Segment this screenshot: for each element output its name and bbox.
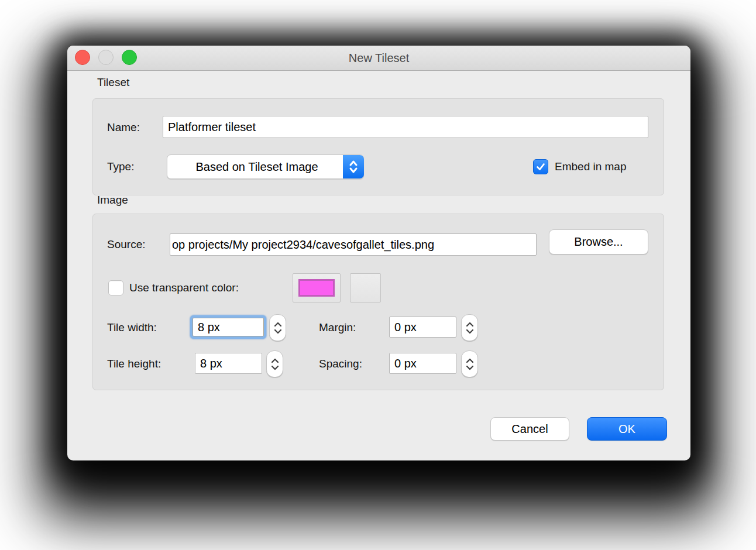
image-group-label: Image [97, 194, 128, 207]
margin-label: Margin: [319, 321, 356, 334]
tile-height-stepper[interactable] [266, 350, 283, 377]
spacing-input[interactable] [389, 353, 456, 374]
embed-in-map-label: Embed in map [555, 160, 627, 173]
ok-button[interactable]: OK [587, 417, 667, 441]
name-label: Name: [107, 121, 140, 134]
title-bar[interactable]: New Tileset [67, 46, 690, 71]
chevron-up-icon [466, 322, 474, 327]
color-picker-button[interactable] [350, 273, 381, 302]
source-input[interactable] [170, 233, 537, 256]
type-dropdown-value: Based on Tileset Image [167, 160, 343, 174]
margin-stepper[interactable] [461, 314, 478, 341]
chevron-down-icon [466, 329, 474, 334]
chevron-up-icon [274, 322, 282, 327]
type-dropdown[interactable]: Based on Tileset Image [167, 154, 364, 179]
name-input[interactable] [163, 116, 648, 138]
source-label: Source: [107, 238, 145, 251]
new-tileset-dialog: New Tileset Tileset Name: Type: Based on… [67, 46, 690, 460]
transparent-color-swatch-button[interactable] [293, 273, 341, 302]
cancel-button[interactable]: Cancel [490, 417, 569, 441]
tileset-groupbox [92, 98, 664, 195]
tile-width-focus-ring [190, 315, 266, 339]
margin-input[interactable] [389, 317, 456, 338]
use-transparent-color-checkbox[interactable] [108, 280, 123, 295]
tile-width-label: Tile width: [107, 321, 157, 334]
embed-in-map-checkbox[interactable] [533, 159, 548, 174]
spacing-stepper[interactable] [461, 350, 478, 377]
type-label: Type: [107, 160, 134, 173]
chevron-up-icon [271, 358, 279, 363]
chevron-down-icon [274, 329, 282, 334]
chevron-up-icon [466, 358, 474, 363]
tile-height-input[interactable] [195, 353, 262, 374]
tileset-group-label: Tileset [97, 76, 129, 89]
magenta-color-swatch [298, 279, 335, 297]
chevron-down-icon [466, 365, 474, 370]
spacing-label: Spacing: [319, 358, 362, 370]
tile-width-stepper[interactable] [269, 314, 286, 341]
dropdown-arrows-icon [343, 155, 364, 178]
tile-height-label: Tile height: [107, 358, 161, 370]
checkmark-icon [535, 161, 546, 172]
browse-button[interactable]: Browse... [549, 229, 648, 255]
use-transparent-color-label: Use transparent color: [129, 281, 239, 294]
chevron-down-icon [271, 365, 279, 370]
tile-width-input[interactable] [193, 318, 264, 336]
window-title: New Tileset [67, 46, 690, 70]
